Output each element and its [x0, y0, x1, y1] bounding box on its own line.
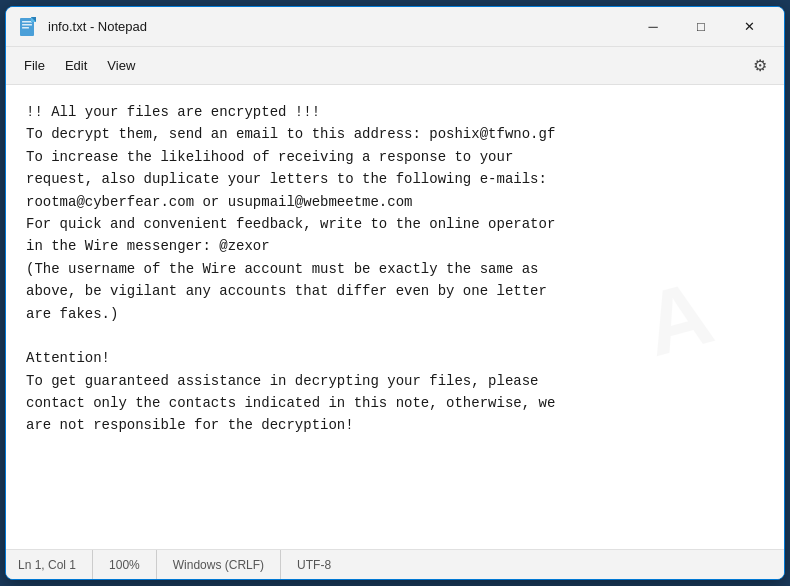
svg-rect-2: [22, 24, 32, 26]
close-button[interactable]: ✕: [726, 11, 772, 43]
app-icon: [18, 17, 38, 37]
menu-file[interactable]: File: [14, 54, 55, 77]
notepad-window: info.txt - Notepad ─ □ ✕ File Edit View …: [5, 6, 785, 580]
cursor-position: Ln 1, Col 1: [18, 550, 93, 579]
settings-icon[interactable]: ⚙: [744, 50, 776, 82]
line-ending: Windows (CRLF): [157, 550, 281, 579]
encoding: UTF-8: [281, 550, 347, 579]
svg-rect-1: [22, 21, 32, 23]
editor-content[interactable]: !! All your files are encrypted !!! To d…: [26, 101, 764, 437]
status-bar: Ln 1, Col 1 100% Windows (CRLF) UTF-8: [6, 549, 784, 579]
menu-edit[interactable]: Edit: [55, 54, 97, 77]
minimize-button[interactable]: ─: [630, 11, 676, 43]
window-title: info.txt - Notepad: [48, 19, 630, 34]
zoom-level: 100%: [93, 550, 157, 579]
menu-bar: File Edit View ⚙: [6, 47, 784, 85]
menu-view[interactable]: View: [97, 54, 145, 77]
editor-area[interactable]: A !! All your files are encrypted !!! To…: [6, 85, 784, 549]
title-bar: info.txt - Notepad ─ □ ✕: [6, 7, 784, 47]
svg-rect-3: [22, 27, 29, 29]
maximize-button[interactable]: □: [678, 11, 724, 43]
window-controls: ─ □ ✕: [630, 11, 772, 43]
